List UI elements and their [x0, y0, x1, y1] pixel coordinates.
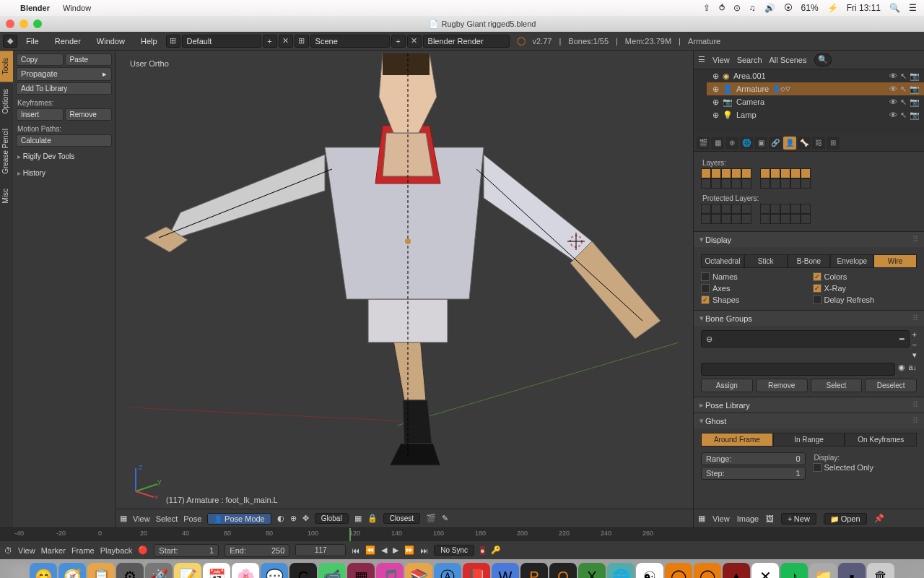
uv-view[interactable]: View: [712, 514, 730, 523]
launchpad-icon[interactable]: 🚀: [145, 563, 173, 578]
word-icon[interactable]: W: [492, 563, 519, 578]
audio-icon[interactable]: ♫: [749, 3, 756, 13]
x2-icon[interactable]: ✕: [751, 563, 779, 578]
battery-pct[interactable]: 61%: [801, 3, 819, 13]
layout-browse-icon[interactable]: ⊞: [166, 35, 180, 48]
minimize-window[interactable]: [19, 20, 28, 28]
globe-icon[interactable]: 🌐: [607, 563, 635, 578]
tab-constraints[interactable]: 🔗: [769, 137, 782, 150]
vp-view[interactable]: View: [133, 514, 150, 523]
headphones-icon[interactable]: ⊙: [733, 3, 741, 13]
play-icon[interactable]: ▶: [393, 545, 398, 555]
rigify-section[interactable]: Rigify Dev Tools: [16, 148, 112, 165]
tl-playback[interactable]: Playback: [100, 546, 133, 555]
chk-xray[interactable]: ✓X-Ray: [813, 284, 918, 293]
protected-layers[interactable]: [701, 204, 917, 224]
tl-marker[interactable]: Marker: [41, 546, 66, 555]
chk-delay[interactable]: Delay Refresh: [813, 296, 918, 304]
jump-start-icon[interactable]: ⏮: [352, 546, 359, 555]
tl-frame[interactable]: Frame: [71, 546, 95, 555]
sync-icon[interactable]: ⥀: [719, 3, 725, 13]
bonegroup-colorset[interactable]: ◉: [898, 363, 905, 376]
calendar-icon[interactable]: 📅: [203, 563, 230, 578]
o-icon[interactable]: O: [549, 563, 577, 578]
app-icon[interactable]: 📋: [87, 563, 115, 578]
insert-keyframe-button[interactable]: Insert: [16, 108, 64, 121]
bonegroup-sort[interactable]: a↓: [908, 363, 917, 376]
zoom-window[interactable]: [33, 20, 42, 28]
outliner-filter[interactable]: All Scenes: [770, 56, 807, 64]
chk-selected-only[interactable]: Selected Only: [813, 463, 918, 472]
chk-shapes[interactable]: ✓Shapes: [701, 296, 806, 304]
chk-names[interactable]: Names: [701, 272, 806, 281]
ghost-step[interactable]: Step:1: [701, 467, 806, 480]
notifications-icon[interactable]: ☰: [909, 3, 917, 13]
render-icon[interactable]: 🎬: [426, 514, 436, 523]
outliner-type-icon[interactable]: ☰: [698, 55, 705, 64]
terminal-icon[interactable]: ▪: [838, 563, 866, 578]
app-name[interactable]: Blender: [20, 4, 50, 12]
manipulator-icon[interactable]: ✥: [302, 514, 309, 523]
settings-icon[interactable]: ⚙: [116, 563, 144, 578]
chk-axes[interactable]: Axes: [701, 284, 806, 293]
outliner[interactable]: ⊕◉Area.001👁↖📷 ⊕👤Armature👤◇▽👁↖📷 ⊕📷Camera👁…: [694, 69, 924, 134]
open-image-button[interactable]: 📁 Open: [824, 513, 867, 525]
ghost-mode-tabs[interactable]: Around Frame In Range On Keyframes: [701, 433, 917, 447]
menu-window[interactable]: Window: [63, 4, 91, 12]
layers-icon[interactable]: ▦: [354, 514, 362, 523]
scene-dropdown[interactable]: Scene: [310, 35, 390, 48]
remove-keyframe-button[interactable]: Remove: [65, 108, 113, 121]
remove-bonegroup[interactable]: −: [912, 340, 917, 349]
keying-icon[interactable]: 🔑: [491, 545, 501, 555]
mode-dropdown[interactable]: 👤 Pose Mode: [207, 513, 271, 525]
tab-bone-constraints[interactable]: ⛓: [812, 137, 825, 150]
tab-render[interactable]: 🎬: [697, 137, 710, 150]
editor-type-icon[interactable]: ▦: [120, 514, 127, 523]
pivot-icon[interactable]: ⊕: [290, 514, 297, 523]
itunes-icon[interactable]: 🎵: [376, 563, 404, 578]
shading-icon[interactable]: ◐: [277, 514, 284, 523]
start-frame[interactable]: Start:1: [154, 544, 219, 557]
bonegroup-name-field[interactable]: [701, 363, 895, 376]
remove-button[interactable]: Remove: [756, 379, 808, 392]
c-icon[interactable]: C: [289, 563, 317, 578]
x-icon[interactable]: X: [578, 563, 606, 578]
notes-icon[interactable]: 📝: [174, 563, 201, 578]
battery-icon[interactable]: ⚡: [827, 3, 838, 13]
assign-button[interactable]: Assign: [701, 379, 753, 392]
propagate-button[interactable]: Propagate▸: [16, 67, 112, 81]
play-reverse-icon[interactable]: ◀: [381, 545, 387, 555]
display-mode-segment[interactable]: Octahedral Stick B-Bone Envelope Wire: [701, 254, 917, 268]
close-window[interactable]: [6, 20, 14, 28]
bonegroup-menu[interactable]: ▾: [912, 350, 917, 360]
keyframe-next-icon[interactable]: ⏩: [404, 545, 414, 555]
scene-add[interactable]: +: [391, 35, 406, 48]
blender2-dock-icon[interactable]: ◯: [694, 563, 721, 578]
ibooks-icon[interactable]: 📚: [405, 563, 432, 578]
tab-physics[interactable]: ⊞: [827, 137, 840, 150]
menu-window[interactable]: Window: [90, 37, 132, 46]
history-section[interactable]: History: [16, 165, 112, 181]
blender-dock-icon[interactable]: ◯: [665, 563, 692, 578]
appstore-icon[interactable]: Ⓐ: [434, 563, 461, 578]
outliner-view[interactable]: View: [712, 56, 730, 64]
safari-icon[interactable]: 🧭: [58, 563, 86, 578]
select-button[interactable]: Select: [811, 379, 863, 392]
tab-scene[interactable]: ⊕: [725, 137, 738, 150]
scene-del[interactable]: ✕: [407, 35, 422, 48]
3d-viewport[interactable]: User Ortho: [116, 51, 693, 527]
copy-button[interactable]: Copy: [16, 53, 64, 66]
snap-dropdown[interactable]: Closest: [383, 513, 420, 524]
tab-object[interactable]: ▣: [754, 137, 767, 150]
add-bonegroup[interactable]: +: [912, 330, 917, 339]
spotify-icon[interactable]: ♪: [780, 563, 808, 578]
autokey-icon[interactable]: 🔴: [138, 545, 148, 555]
menu-file[interactable]: File: [19, 37, 46, 46]
volume-icon[interactable]: 🔊: [764, 3, 775, 13]
spotlight-icon[interactable]: 🔍: [889, 3, 900, 13]
end-frame[interactable]: End:250: [225, 544, 289, 557]
grid-icon[interactable]: ▦: [347, 563, 375, 578]
timeline-ruler[interactable]: -40-200204060801001201401601802002202402…: [0, 528, 924, 541]
ghost-range[interactable]: Range:0: [701, 452, 806, 465]
uv-editor-icon[interactable]: ▦: [698, 514, 705, 523]
